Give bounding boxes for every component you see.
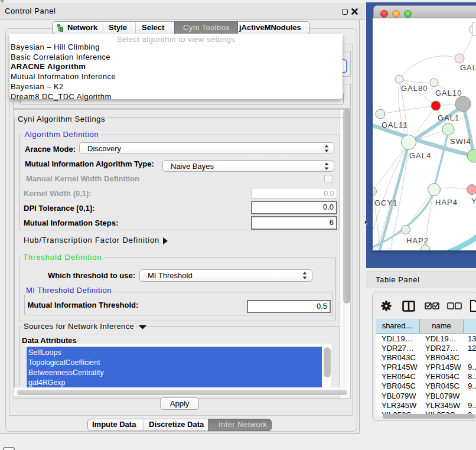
- svg-text:GAL4: GAL4: [409, 151, 431, 160]
- svg-text:HAP4: HAP4: [435, 198, 458, 207]
- svg-text:GAL10: GAL10: [435, 89, 462, 97]
- svg-text:GAL11: GAL11: [382, 120, 408, 129]
- svg-text:GAL1: GAL1: [438, 113, 459, 122]
- svg-text:GAL7: GAL7: [460, 63, 476, 72]
- svg-text:SWI4: SWI4: [450, 137, 471, 146]
- svg-text:YJ: YJ: [471, 197, 476, 206]
- svg-text:GCY1: GCY1: [374, 198, 397, 207]
- svg-text:GAL80: GAL80: [401, 84, 428, 93]
- svg-text:HAP2: HAP2: [406, 236, 429, 245]
